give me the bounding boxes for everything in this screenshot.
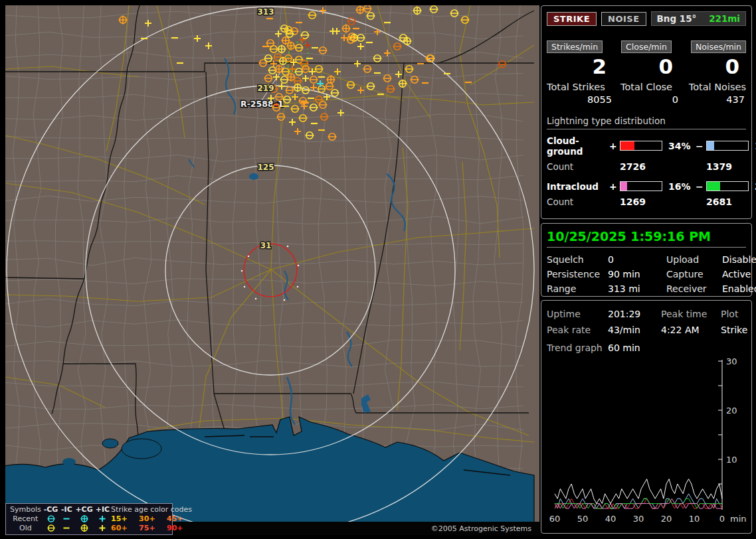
ring-label-219: 219 xyxy=(257,84,274,93)
strikes-per-min-header: Strikes/min xyxy=(547,40,603,53)
ic-negative-bar xyxy=(706,181,749,191)
svg-text:20: 20 xyxy=(726,406,737,416)
lake-pontchartrain xyxy=(122,439,161,459)
legend-text: Symbols xyxy=(10,505,41,514)
count-label: Count xyxy=(547,161,609,172)
peak-time-value: 4:22 AM xyxy=(661,325,721,335)
cg-negative-bar xyxy=(706,141,749,151)
cloud-ground-row: Cloud-ground + 34% − 17% xyxy=(547,135,746,157)
svg-text:10: 10 xyxy=(726,455,737,465)
trend-series-total xyxy=(555,479,722,504)
legend-mcg-icon xyxy=(44,524,58,533)
status-box: 10/25/2025 1:59:16 PM Squelch 0 Upload D… xyxy=(541,223,752,297)
cg-negative-count: 1379 xyxy=(706,161,746,172)
strike-button[interactable]: STRIKE xyxy=(547,12,597,26)
upload-label: Upload xyxy=(666,254,722,265)
strikes-per-min-column: Strikes/min 2 Total Strikes 8055 xyxy=(547,40,613,105)
peak-rate-value: 43/min xyxy=(608,325,661,335)
trend-series-pos_ic xyxy=(555,499,722,508)
peak-time-label: Peak time xyxy=(661,309,721,319)
persistence-value: 90 min xyxy=(608,269,666,279)
legend-text: 45+ xyxy=(167,514,188,524)
trend-graph-label: Trend graph xyxy=(547,343,608,353)
ic-positive-pct: 16% xyxy=(665,181,696,192)
legend-text: 15+ xyxy=(111,514,132,524)
ring-label-31: 31 xyxy=(260,241,272,250)
svg-text:0: 0 xyxy=(719,514,725,524)
total-noises-label: Total Noises xyxy=(680,82,746,92)
trend-series-neg_cg xyxy=(555,494,722,508)
legend-text: -IC xyxy=(60,505,72,514)
capture-status: Active xyxy=(722,269,756,279)
bearing-label: Bng 15° xyxy=(657,13,697,24)
plus-sign: + xyxy=(609,141,620,151)
intracloud-label: Intracloud xyxy=(547,181,609,192)
minus-sign: − xyxy=(696,181,706,192)
map-legend: SymbolsRecentOld-CG-IC+CG+ICStrike age c… xyxy=(5,503,173,535)
legend-age-row: 60+75+90+ xyxy=(111,524,192,533)
legend-text: Strike age color codes xyxy=(111,505,192,514)
legend-text: +IC xyxy=(96,505,110,514)
close-per-min-value: 0 xyxy=(613,56,680,78)
app-window: { "map": { "copyright": "©2005 Astrogeni… xyxy=(0,0,756,539)
ic-negative-count: 2681 xyxy=(706,196,746,207)
legend-pic-icon xyxy=(96,524,110,533)
total-noises-value: 437 xyxy=(680,94,746,105)
svg-text:10: 10 xyxy=(689,514,700,524)
intracloud-row: Intracloud + 16% − 33% xyxy=(547,181,746,192)
upload-status: Disabled xyxy=(722,254,756,265)
overview-box: Uptime 201:29 Peak time Plot Peak rate 4… xyxy=(541,300,752,534)
receiver-status: Enabled xyxy=(722,283,756,294)
legend-text: 60+ xyxy=(111,524,132,533)
legend-pcg-icon xyxy=(75,524,92,533)
ic-positive-count: 1269 xyxy=(620,196,696,207)
legend-text: Old xyxy=(10,524,41,533)
ic-positive-bar xyxy=(620,181,662,191)
legend-mic-icon xyxy=(60,514,72,524)
lightning-strike-map[interactable]: R-2588◂1 31321912531 xyxy=(5,5,539,522)
cg-positive-bar xyxy=(620,141,662,151)
cg-positive-count: 2726 xyxy=(620,161,696,172)
bearing-distance: 221mi xyxy=(709,13,740,24)
cg-positive-pct: 34% xyxy=(665,141,696,151)
intracloud-count-row: Count 1269 2681 xyxy=(547,196,746,207)
legend-text: -CG xyxy=(44,505,58,514)
svg-text:min: min xyxy=(730,514,747,524)
svg-text:40: 40 xyxy=(605,514,616,524)
bearing-badge: Bng 15° 221mi xyxy=(651,11,746,26)
trend-window-value: 60 min xyxy=(608,343,746,353)
legend-text: 30+ xyxy=(139,514,160,524)
close-per-min-column: Close/min 0 Total Close 0 xyxy=(613,40,680,105)
legend-text: Recent xyxy=(10,514,41,524)
persistence-label: Persistence xyxy=(547,269,608,279)
stats-box: STRIKE NOISE Bng 15° 221mi Strikes/min 2… xyxy=(541,5,752,219)
peak-rate-label: Peak rate xyxy=(547,325,608,335)
cg-negative-pct: 17% xyxy=(751,141,756,151)
noises-per-min-header: Noises/min xyxy=(691,40,746,53)
trend-graph-chart: 1020306050403020100min xyxy=(548,357,749,528)
noises-per-min-value: 0 xyxy=(680,56,746,78)
minus-sign: − xyxy=(696,141,706,151)
noise-button[interactable]: NOISE xyxy=(601,12,646,26)
total-close-label: Total Close xyxy=(613,82,680,92)
legend-text: 90+ xyxy=(167,524,188,533)
cloud-ground-count-row: Count 2726 1379 xyxy=(547,161,746,172)
legend-pic-icon xyxy=(96,514,110,524)
close-per-min-header: Close/min xyxy=(621,40,672,53)
datetime-display: 10/25/2025 1:59:16 PM xyxy=(547,229,746,248)
squelch-label: Squelch xyxy=(547,254,608,265)
squelch-value: 0 xyxy=(608,254,666,265)
count-label: Count xyxy=(547,196,609,207)
legend-age-row: 15+30+45+ xyxy=(111,514,192,524)
total-strikes-value: 8055 xyxy=(547,94,613,105)
legend-mcg-icon xyxy=(44,514,58,524)
total-close-value: 0 xyxy=(613,94,680,105)
strikes-per-min-value: 2 xyxy=(547,56,613,78)
strike-map-panel: R-2588◂1 31321912531 ©2005 Astrogenic Sy… xyxy=(5,5,539,535)
legend-text: 75+ xyxy=(139,524,160,533)
svg-text:60: 60 xyxy=(549,514,561,524)
svg-text:30: 30 xyxy=(726,357,737,366)
noises-per-min-column: Noises/min 0 Total Noises 437 xyxy=(680,40,746,105)
plot-label: Plot xyxy=(721,309,747,319)
total-strikes-label: Total Strikes xyxy=(547,82,613,92)
